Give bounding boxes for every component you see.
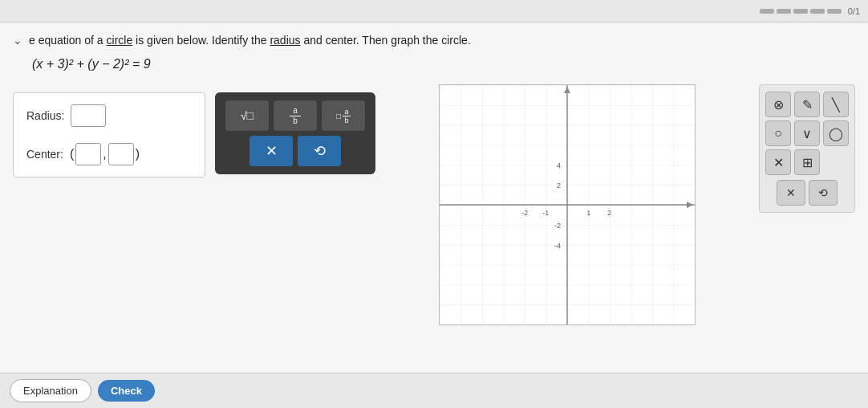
center-label: Center:	[26, 148, 63, 161]
graph-container[interactable]: -2 -1 1 2 2 4 -2 -4	[439, 84, 696, 325]
chevron-icon[interactable]: ⌄	[13, 34, 22, 47]
progress-dot-2	[777, 9, 791, 14]
graph-svg: -2 -1 1 2 2 4 -2 -4	[440, 85, 695, 324]
keypad-top-row: √□ a b □	[223, 100, 367, 131]
clear-icon: ✕	[266, 142, 278, 160]
keypad-panel: √□ a b □	[215, 92, 375, 174]
question-text-part3: and center. Then graph the circle.	[301, 34, 471, 47]
circle-link[interactable]: circle	[107, 34, 133, 47]
center-y-input[interactable]	[108, 143, 134, 165]
explanation-button[interactable]: Explanation	[10, 379, 91, 402]
grid-button[interactable]: ⊞	[794, 149, 820, 175]
bottom-bar: Explanation Check	[0, 373, 868, 408]
radius-label: Radius:	[26, 109, 64, 122]
cross-icon: ✕	[773, 155, 784, 170]
tools-undo-button[interactable]: ⟲	[809, 180, 838, 206]
progress-dot-1	[760, 9, 774, 14]
sqrt-button[interactable]: √□	[225, 100, 269, 131]
x-label-1: 1	[586, 209, 590, 217]
tools-clear-icon: ✕	[786, 186, 796, 199]
circle-empty-button[interactable]: ○	[765, 120, 791, 146]
radius-row: Radius:	[26, 104, 192, 127]
open-paren: (	[70, 147, 74, 161]
diagonal-icon: ╲	[832, 97, 840, 112]
circle-filled-icon: ◯	[829, 126, 843, 141]
progress-dot-4	[810, 9, 825, 14]
x-label-2: 2	[607, 209, 611, 217]
center-paren-group: ( , )	[70, 143, 140, 165]
question-text-part2: is given below. Identify the	[132, 34, 270, 47]
tools-undo-icon: ⟲	[818, 186, 828, 199]
tools-top-grid: ⊗ ✎ ╲ ○ ∨ ◯	[765, 92, 849, 175]
x-label-neg1: -1	[542, 209, 549, 217]
top-bar: 0/1	[0, 0, 868, 22]
circle-filled-button[interactable]: ◯	[823, 120, 849, 146]
undo-button[interactable]: ⟲	[298, 136, 341, 166]
comma: ,	[103, 147, 106, 161]
check-button[interactable]: Check	[98, 380, 155, 402]
question-header: ⌄ e equation of a circle is given below.…	[13, 32, 855, 49]
equation-text: (x + 3)² + (y − 2)² = 9	[32, 57, 151, 71]
question-text-part1: e equation of a	[29, 34, 107, 47]
keypad-bottom-row: ✕ ⟲	[223, 136, 367, 166]
mixed-number-button[interactable]: □ a b	[322, 100, 365, 131]
graph-area: -2 -1 1 2 2 4 -2 -4	[385, 84, 749, 325]
x-label-neg2: -2	[521, 209, 528, 217]
line-tool-button[interactable]: ╲	[823, 92, 849, 117]
y-label-neg2: -2	[554, 222, 561, 230]
y-label-4: 4	[557, 161, 561, 169]
vee-button[interactable]: ∨	[794, 120, 820, 146]
main-container: 0/1 ⌄ e equation of a circle is given be…	[0, 0, 868, 408]
fraction-icon: a b	[290, 107, 301, 125]
y-label-2: 2	[557, 182, 561, 190]
radius-input[interactable]	[71, 104, 106, 127]
center-x-input[interactable]	[75, 143, 101, 165]
progress-dot-3	[793, 9, 808, 14]
grid-icon: ⊞	[802, 155, 813, 170]
y-label-neg4: -4	[554, 242, 561, 250]
center-row: Center: ( , )	[26, 143, 192, 165]
equation-display: (x + 3)² + (y − 2)² = 9	[32, 57, 855, 71]
progress-dots	[760, 9, 842, 14]
radius-link[interactable]: radius	[270, 34, 300, 47]
progress-label: 0/1	[848, 6, 860, 16]
circle-empty-icon: ○	[774, 126, 782, 141]
clear-button[interactable]: ✕	[249, 136, 293, 166]
cross-button[interactable]: ✕	[765, 149, 791, 175]
pencil-tool-button[interactable]: ✎	[794, 92, 820, 117]
tools-clear-button[interactable]: ✕	[777, 180, 805, 206]
eraser-icon: ⊗	[773, 97, 784, 112]
progress-bar-container: 0/1	[760, 6, 860, 16]
fraction-button[interactable]: a b	[274, 100, 317, 131]
vee-icon: ∨	[802, 126, 812, 141]
pencil-icon: ✎	[802, 97, 813, 112]
undo-icon: ⟲	[314, 142, 326, 160]
eraser-tool-button[interactable]: ⊗	[765, 92, 791, 117]
progress-dot-5	[827, 9, 842, 14]
question-text: e equation of a circle is given below. I…	[29, 32, 855, 49]
tools-action-row: ✕ ⟲	[777, 180, 838, 206]
mixed-num-icon: □ a b	[336, 108, 351, 124]
tools-panel: ⊗ ✎ ╲ ○ ∨ ◯	[759, 84, 855, 213]
input-panel: Radius: Center: ( , )	[13, 92, 205, 177]
work-area: Radius: Center: ( , )	[13, 84, 855, 366]
content-area: ⌄ e equation of a circle is given below.…	[0, 22, 868, 373]
close-paren: )	[136, 147, 140, 161]
